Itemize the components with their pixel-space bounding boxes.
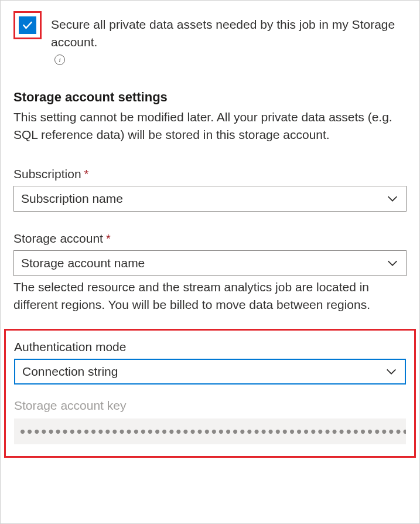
chevron-down-icon xyxy=(386,257,399,270)
storage-account-label-text: Storage account xyxy=(13,232,103,246)
storage-account-helper: The selected resource and the stream ana… xyxy=(13,278,407,314)
subscription-field: Subscription * Subscription name xyxy=(13,167,407,212)
storage-account-field: Storage account * Storage account name T… xyxy=(13,232,407,314)
secure-data-row: Secure all private data assets needed by… xyxy=(13,11,407,65)
auth-mode-value: Connection string xyxy=(22,365,118,379)
info-icon-wrap[interactable]: i xyxy=(54,55,65,65)
storage-account-label: Storage account * xyxy=(13,232,407,246)
info-icon: i xyxy=(54,55,65,65)
storage-account-select[interactable]: Storage account name xyxy=(13,250,407,276)
checkbox-highlight-box xyxy=(13,11,42,39)
settings-panel: Secure all private data assets needed by… xyxy=(0,0,420,524)
chevron-down-icon xyxy=(386,192,399,205)
storage-account-value: Storage account name xyxy=(21,256,145,270)
auth-mode-select[interactable]: Connection string xyxy=(14,359,406,385)
subscription-select[interactable]: Subscription name xyxy=(13,186,407,212)
storage-key-field[interactable]: ••••••••••••••••••••••••••••••••••••••••… xyxy=(14,418,406,444)
checkmark-icon xyxy=(22,19,33,31)
subscription-label: Subscription * xyxy=(13,167,407,181)
secure-data-checkbox[interactable] xyxy=(19,16,36,34)
required-asterisk: * xyxy=(84,168,89,180)
storage-key-label: Storage account key xyxy=(14,399,406,413)
chevron-down-icon xyxy=(385,365,398,378)
required-asterisk: * xyxy=(106,233,111,244)
section-title: Storage account settings xyxy=(13,90,407,105)
auth-mode-label: Authentication mode xyxy=(14,340,406,354)
section-description: This setting cannot be modified later. A… xyxy=(13,108,407,144)
auth-section-highlight: Authentication mode Connection string St… xyxy=(4,329,416,458)
storage-key-value: ••••••••••••••••••••••••••••••••••••••••… xyxy=(20,423,406,441)
subscription-label-text: Subscription xyxy=(13,167,81,181)
subscription-value: Subscription name xyxy=(21,192,123,206)
secure-data-label-text: Secure all private data assets needed by… xyxy=(51,16,407,51)
secure-data-label: Secure all private data assets needed by… xyxy=(51,11,407,65)
